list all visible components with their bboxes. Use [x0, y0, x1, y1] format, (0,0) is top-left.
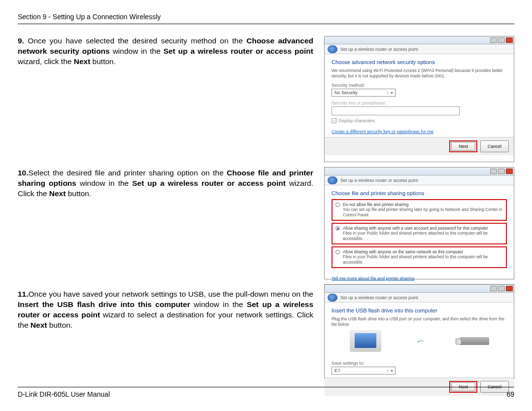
sharing-option-network[interactable]: Allow sharing with anyone on the same ne…	[332, 246, 507, 268]
computer-icon	[350, 330, 381, 352]
security-method-value: No Security	[334, 90, 358, 95]
create-passphrase-link[interactable]: Create a different security key or passp…	[332, 129, 433, 134]
breadcrumb-text: Set up a wireless router or access point	[340, 178, 418, 183]
breadcrumb-text: Set up a wireless router or access point	[340, 295, 418, 300]
close-icon[interactable]	[506, 37, 513, 43]
window-description: Plug the USB flash drive into a USB port…	[332, 316, 507, 327]
breadcrumb: Set up a wireless router or access point	[325, 44, 514, 54]
option-title: Allow sharing with anyone with a user ac…	[343, 226, 503, 231]
minimize-icon[interactable]	[490, 37, 497, 43]
maximize-icon[interactable]	[498, 286, 505, 291]
passphrase-label: Security key or passphrase:	[332, 101, 507, 105]
screenshot-usb-insert: Set up a wireless router or access point…	[324, 284, 514, 379]
cancel-button[interactable]: Cancel	[480, 140, 509, 152]
security-method-dropdown[interactable]: No Security ▼	[332, 89, 396, 97]
step-10-text-g: button.	[66, 189, 91, 198]
titlebar	[325, 168, 514, 175]
chevron-down-icon: ▼	[388, 91, 394, 95]
step-10-bold-d: Set up a wireless router or access point	[132, 179, 286, 187]
radio-icon	[335, 226, 340, 231]
breadcrumb-text: Set up a wireless router or access point	[340, 47, 418, 52]
sharing-option-account[interactable]: Allow sharing with anyone with a user ac…	[332, 223, 507, 244]
maximize-icon[interactable]	[498, 169, 505, 174]
screenshot-sharing-options: Set up a wireless router or access point…	[324, 167, 514, 279]
step-9-text-a: Once you have selected the desired secur…	[24, 36, 246, 45]
step-9-text-e: wizard, click the	[18, 57, 74, 66]
security-method-label: Security method:	[332, 83, 507, 88]
radio-icon	[335, 203, 340, 207]
chevron-down-icon: ▼	[388, 369, 394, 373]
option-desc: Files in your Public folder and shared p…	[343, 231, 503, 241]
titlebar	[325, 36, 514, 44]
checkbox-icon: ✓	[332, 118, 336, 123]
instructions-column: 9. Once you have selected the desired se…	[18, 36, 313, 379]
window-heading: Choose file and printer sharing options	[332, 190, 507, 196]
display-characters-label: Display characters	[338, 118, 375, 123]
step-10-text-c: window in the	[76, 179, 132, 187]
save-settings-label: Save settings to:	[332, 361, 507, 366]
option-title: Allow sharing with anyone on the same ne…	[343, 249, 503, 254]
maximize-icon[interactable]	[498, 37, 505, 43]
sharing-option-none[interactable]: Do not allow file and printer sharing Yo…	[332, 199, 507, 221]
minimize-icon[interactable]	[490, 286, 497, 291]
passphrase-input[interactable]	[332, 106, 460, 115]
step-9-bold-f: Next	[74, 57, 91, 66]
back-icon[interactable]	[328, 294, 337, 302]
minimize-icon[interactable]	[490, 169, 497, 174]
tell-me-more-link[interactable]: Tell me more about file and printer shar…	[332, 276, 414, 281]
option-desc: Files in your Public folder and shared p…	[343, 254, 503, 265]
step-9-number: 9.	[18, 36, 24, 45]
step-10-bold-f: Next	[49, 189, 66, 198]
window-description: We recommend using Wi-Fi Protected Acces…	[332, 68, 507, 79]
close-icon[interactable]	[506, 169, 513, 174]
screenshots-column: Set up a wireless router or access point…	[324, 36, 514, 379]
breadcrumb: Set up a wireless router or access point	[325, 293, 514, 303]
titlebar	[325, 285, 514, 293]
radio-icon	[335, 250, 340, 254]
step-9-text-c: window in the	[110, 47, 164, 55]
page-footer: D-Link DIR-605L User Manual 69	[18, 387, 514, 398]
footer-manual-title: D-Link DIR-605L User Manual	[18, 390, 110, 398]
back-icon[interactable]	[328, 45, 337, 53]
step-10-text-a: Select the desired file and printer shar…	[29, 169, 227, 177]
step-11-number: 11.	[18, 290, 29, 298]
drive-value: E:\	[334, 368, 340, 373]
arrow-icon: ⤺	[417, 337, 424, 346]
option-desc: You can set up file and printer sharing …	[343, 207, 503, 218]
drive-dropdown[interactable]: E:\ ▼	[332, 367, 396, 375]
step-11-text-a: Once you have saved your network setting…	[29, 290, 313, 298]
step-11-text-g: button.	[47, 321, 72, 329]
step-11: 11.Once you have saved your network sett…	[18, 289, 313, 331]
next-button[interactable]: Next	[451, 142, 475, 151]
step-9-text-g: button.	[90, 57, 116, 66]
screenshot-security-options: Set up a wireless router or access point…	[324, 36, 514, 162]
step-10-number: 10.	[18, 169, 29, 177]
step-11-text-c: window in the	[190, 300, 247, 308]
window-heading: Insert the USB flash drive into this com…	[332, 308, 507, 313]
option-title: Do not allow file and printer sharing	[343, 202, 503, 207]
step-10: 10.Select the desired file and printer s…	[18, 168, 313, 285]
window-heading: Choose advanced network security options	[332, 59, 507, 65]
footer-page-number: 69	[506, 390, 514, 398]
step-9-bold-d: Set up a wireless router or access point	[164, 47, 313, 55]
close-icon[interactable]	[506, 286, 513, 291]
step-11-bold-b: Insert the USB flash drive into this com…	[18, 300, 190, 308]
step-11-bold-f: Next	[31, 321, 47, 329]
back-icon[interactable]	[328, 176, 337, 184]
step-9: 9. Once you have selected the desired se…	[18, 36, 313, 164]
display-characters-checkbox[interactable]: ✓ Display characters	[332, 118, 507, 123]
breadcrumb: Set up a wireless router or access point	[325, 175, 514, 185]
usb-drive-icon	[460, 337, 489, 345]
section-header: Section 9 - Setting Up a Connection Wire…	[18, 13, 514, 24]
